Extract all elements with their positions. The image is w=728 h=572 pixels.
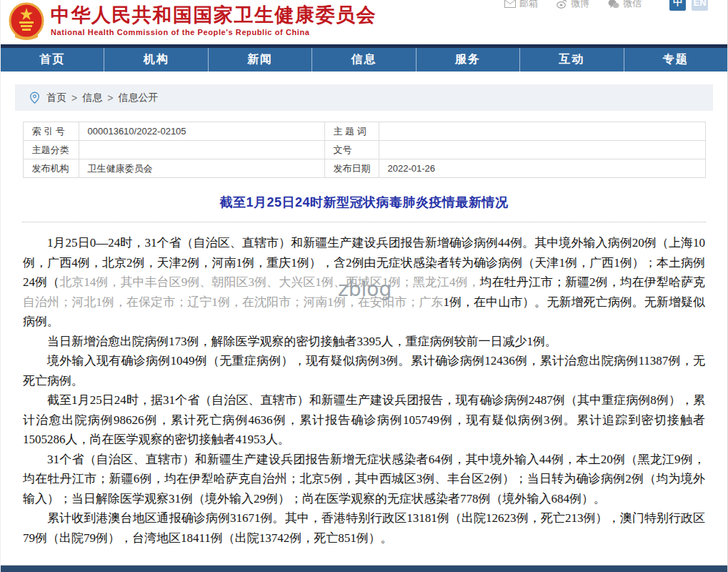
article-paragraph: 1月25日0—24时，31个省（自治区、直辖市）和新疆生产建设兵团报告新增确诊病…: [23, 233, 705, 332]
meta-label-index-number: 索 引 号: [23, 122, 79, 141]
weibo-link[interactable]: 微博: [557, 0, 589, 10]
meta-row-category: 主题分类 文号: [23, 141, 705, 159]
nav-item-interaction[interactable]: 互动: [520, 48, 624, 72]
article-paragraph: 境外输入现有确诊病例1049例（无重症病例），现有疑似病例3例。累计确诊病例12…: [23, 351, 705, 390]
meta-row-index: 索 引 号 000013610/2022-02105 主 题 词: [23, 122, 705, 141]
wechat-icon: [608, 0, 619, 9]
paragraph-segment: 截至1月25日24时，据31个省（自治区、直辖市）和新疆生产建设兵团报告，现有确…: [23, 393, 705, 446]
breadcrumb: 首页 > 信息 > 信息公开: [15, 84, 713, 111]
meta-value-subject-category: [79, 141, 324, 159]
meta-value-index-number: 000013610/2022-02105: [79, 122, 324, 141]
breadcrumb-information[interactable]: 信息: [82, 92, 102, 104]
breadcrumb-separator: >: [107, 92, 113, 104]
footer-strip: [1, 565, 727, 572]
meta-label-subject-category: 主题分类: [23, 141, 79, 159]
main-nav: 首页 机构 新闻 信息 服务 互动 专题: [1, 48, 727, 72]
breadcrumb-info-disclosure[interactable]: 信息公开: [118, 92, 158, 104]
paragraph-segment: 当日新增治愈出院病例173例，解除医学观察的密切接触者3395人，重症病例较前一…: [47, 335, 557, 348]
wechat-label: 微信: [623, 0, 642, 10]
site-logo: 中华人民共和国国家卫生健康委员会 National Health Commiss…: [8, 1, 377, 41]
breadcrumb-home[interactable]: 首页: [46, 92, 66, 104]
nav-item-information[interactable]: 信息: [312, 48, 416, 72]
mail-link[interactable]: 邮箱: [504, 0, 538, 10]
breadcrumb-separator: >: [71, 92, 77, 104]
paragraph-segment: 均在牡丹江市；新疆2例，均在伊犁哈萨克: [480, 275, 705, 289]
meta-label-subject-word: 主 题 词: [324, 122, 379, 141]
article-paragraph: 当日新增治愈出院病例173例，解除医学观察的密切接触者3395人，重症病例较前一…: [23, 332, 705, 352]
paragraph-segment: 境外输入现有确诊病例1049例（无重症病例），现有疑似病例3例。累计确诊病例12…: [23, 354, 705, 388]
paragraph-segment: 累计收到港澳台地区通报确诊病例31671例。其中，香港特别行政区13181例（出…: [23, 511, 705, 545]
meta-value-doc-number: [379, 141, 705, 159]
paragraph-segment: 自治州；河北1例，在保定市；辽宁1例，在沈阳市；河南1例，在安阳市；广东: [23, 295, 443, 309]
nav-item-services[interactable]: 服务: [417, 48, 520, 72]
weibo-label: 微博: [571, 0, 589, 10]
article-paragraph: 累计收到港澳台地区通报确诊病例31671例。其中，香港特别行政区13181例（出…: [23, 508, 705, 548]
meta-row-publisher: 发布机构 卫生健康委员会 发布日期 2022-01-26: [23, 159, 705, 178]
site-header: 中华人民共和国国家卫生健康委员会 National Health Commiss…: [1, 0, 727, 44]
article-paragraph: 截至1月25日24时，据31个省（自治区、直辖市）和新疆生产建设兵团报告，现有确…: [23, 390, 705, 450]
meta-label-publisher: 发布机构: [23, 159, 79, 178]
meta-value-publisher: 卫生健康委员会: [79, 159, 324, 178]
nav-item-home[interactable]: 首页: [1, 48, 104, 72]
nav-item-news[interactable]: 新闻: [209, 48, 312, 72]
site-subtitle: National Health Commission of the People…: [51, 28, 377, 36]
document-meta-table: 索 引 号 000013610/2022-02105 主 题 词 主题分类 文号…: [23, 122, 706, 178]
nav-item-topics[interactable]: 专题: [624, 48, 727, 72]
dotted-divider: [22, 222, 706, 222]
mail-label: 邮箱: [519, 0, 538, 10]
weibo-icon: [557, 0, 567, 9]
page: 中华人民共和国国家卫生健康委员会 National Health Commiss…: [0, 0, 728, 572]
lang-zh-button[interactable]: 中: [669, 0, 686, 11]
article-title: 截至1月25日24时新型冠状病毒肺炎疫情最新情况: [1, 194, 727, 211]
paragraph-segment: 31个省（自治区、直辖市）和新疆生产建设兵团报告新增无症状感染者64例，其中境外…: [23, 453, 705, 506]
wechat-link[interactable]: 微信: [608, 0, 642, 10]
nav-item-institutions[interactable]: 机构: [104, 48, 208, 72]
national-emblem-icon: [8, 1, 45, 41]
meta-label-doc-number: 文号: [324, 141, 379, 159]
mail-icon: [504, 0, 516, 8]
paragraph-segment: 北京14例，其中丰台区9例、朝阳区3例、大兴区1例、西城区1例；黑龙江4例，: [59, 275, 479, 289]
location-pin-icon: [29, 92, 40, 104]
lang-en-button[interactable]: EN: [692, 0, 708, 11]
article-paragraph: 31个省（自治区、直辖市）和新疆生产建设兵团报告新增无症状感染者64例，其中境外…: [23, 450, 705, 509]
site-titles: 中华人民共和国国家卫生健康委员会 National Health Commiss…: [51, 1, 377, 36]
header-quick-links: 邮箱 微博 微信: [504, 0, 642, 12]
site-title: 中华人民共和国国家卫生健康委员会: [51, 4, 377, 26]
meta-value-publish-date: 2022-01-26: [379, 159, 705, 178]
language-switch: 中 EN: [669, 0, 708, 11]
meta-label-publish-date: 发布日期: [324, 159, 379, 178]
meta-value-subject-word: [379, 122, 705, 141]
article-body: 1月25日0—24时，31个省（自治区、直辖市）和新疆生产建设兵团报告新增确诊病…: [23, 233, 705, 548]
